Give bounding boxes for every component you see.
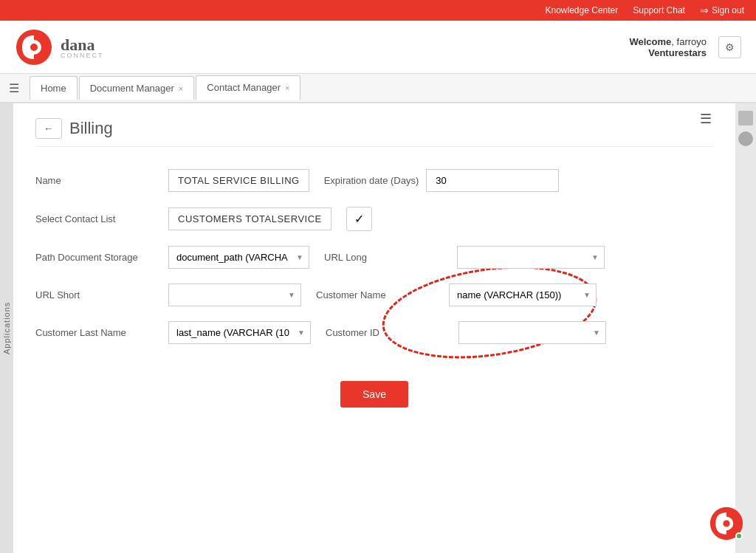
logo-text-area: dana CONNECT bbox=[61, 35, 104, 59]
sign-out-icon: ⇒ bbox=[700, 4, 709, 16]
contact-list-value: CUSTOMERS TOTALSERVICE bbox=[168, 207, 331, 230]
path-select-wrapper: document_path (VARCHA ▼ bbox=[168, 246, 309, 269]
billing-form: Name TOTAL SERVICE BILLING Expiration da… bbox=[35, 169, 713, 408]
customer-name-select-wrapper: name (VARCHAR (150)) ▼ bbox=[449, 284, 597, 306]
menu-icon[interactable]: ☰ bbox=[6, 78, 22, 98]
customer-id-label: Customer ID bbox=[326, 327, 444, 338]
sidebar-left[interactable]: Applications bbox=[0, 103, 13, 553]
tab-bar: ☰ Home Document Manager × Contact Manage… bbox=[0, 74, 756, 103]
right-menu-icon[interactable]: ☰ bbox=[700, 111, 712, 127]
form-row-path: Path Document Storage document_path (VAR… bbox=[35, 246, 713, 269]
settings-button[interactable]: ⚙ bbox=[718, 36, 741, 58]
url-long-select-wrapper: ▼ bbox=[457, 246, 605, 269]
save-button[interactable]: Save bbox=[340, 381, 408, 408]
tab-home[interactable]: Home bbox=[30, 76, 78, 100]
bottom-logo-icon bbox=[709, 506, 744, 541]
url-short-select-wrapper: ▼ bbox=[168, 284, 301, 306]
url-long-label: URL Long bbox=[324, 252, 442, 263]
tab-document-manager-close[interactable]: × bbox=[179, 84, 183, 93]
name-value: TOTAL SERVICE BILLING bbox=[168, 169, 309, 192]
url-long-select[interactable] bbox=[457, 246, 605, 269]
tab-contact-manager-close[interactable]: × bbox=[285, 83, 289, 92]
customer-last-name-label: Customer Last Name bbox=[35, 327, 154, 338]
sidebar-right-circle[interactable] bbox=[738, 131, 753, 146]
expiration-label: Expiration date (Days) bbox=[324, 175, 419, 186]
header: dana CONNECT Welcome, farroyo Venturesta… bbox=[0, 21, 756, 74]
path-select[interactable]: document_path (VARCHA bbox=[168, 246, 309, 269]
logo-area: dana CONNECT bbox=[15, 28, 104, 66]
bottom-logo bbox=[709, 506, 744, 541]
form-row-contact-list: Select Contact List CUSTOMERS TOTALSERVI… bbox=[35, 207, 713, 231]
svg-point-2 bbox=[30, 44, 38, 51]
tab-document-manager[interactable]: Document Manager × bbox=[79, 76, 195, 100]
expiration-input[interactable] bbox=[426, 169, 559, 192]
contact-list-check-button[interactable]: ✓ bbox=[346, 207, 372, 231]
contact-list-label: Select Contact List bbox=[35, 213, 154, 224]
tab-contact-manager[interactable]: Contact Manager × bbox=[196, 75, 300, 100]
form-row-name: Name TOTAL SERVICE BILLING Expiration da… bbox=[35, 169, 713, 192]
expiration-group: Expiration date (Days) bbox=[324, 169, 560, 192]
main-wrapper: Applications ☰ ← Billing Name TOTAL SERV… bbox=[0, 103, 756, 553]
content-area: ☰ ← Billing Name TOTAL SERVICE BILLING E… bbox=[13, 103, 735, 553]
form-row-url-short: URL Short ▼ Customer Name name (VARCHAR … bbox=[35, 284, 713, 306]
user-info: Welcome, farroyo Venturestars bbox=[629, 36, 707, 58]
svg-point-6 bbox=[723, 520, 729, 526]
sidebar-right-button[interactable] bbox=[738, 111, 753, 126]
sidebar-right bbox=[735, 103, 756, 553]
customer-id-select-wrapper: ▼ bbox=[458, 321, 606, 344]
customer-name-select[interactable]: name (VARCHAR (150)) bbox=[449, 284, 597, 306]
logo-icon bbox=[15, 28, 53, 66]
page-header: ← Billing bbox=[35, 118, 713, 147]
knowledge-center-link[interactable]: Knowledge Center bbox=[546, 5, 619, 16]
company-name: Venturestars bbox=[648, 47, 707, 58]
support-chat-link[interactable]: Support Chat bbox=[633, 5, 685, 16]
welcome-text: Welcome, farroyo bbox=[629, 36, 707, 47]
url-short-select[interactable] bbox=[168, 284, 301, 306]
customer-last-name-select-wrapper: last_name (VARCHAR (10 ▼ bbox=[168, 321, 311, 344]
url-short-label: URL Short bbox=[35, 289, 154, 300]
customer-id-select[interactable] bbox=[458, 321, 606, 344]
sign-out-link[interactable]: ⇒ Sign out bbox=[700, 4, 744, 16]
form-row-save: Save bbox=[35, 366, 713, 408]
path-label: Path Document Storage bbox=[35, 252, 154, 263]
form-row-customer-last: Customer Last Name last_name (VARCHAR (1… bbox=[35, 321, 713, 344]
page-title: Billing bbox=[69, 119, 113, 138]
customer-last-name-select[interactable]: last_name (VARCHAR (10 bbox=[168, 321, 311, 344]
customer-name-label: Customer Name bbox=[316, 289, 434, 300]
top-bar: Knowledge Center Support Chat ⇒ Sign out bbox=[0, 0, 756, 21]
online-indicator bbox=[735, 532, 743, 540]
user-area: Welcome, farroyo Venturestars ⚙ bbox=[629, 36, 741, 58]
back-button[interactable]: ← bbox=[35, 118, 62, 139]
name-label: Name bbox=[35, 175, 154, 186]
